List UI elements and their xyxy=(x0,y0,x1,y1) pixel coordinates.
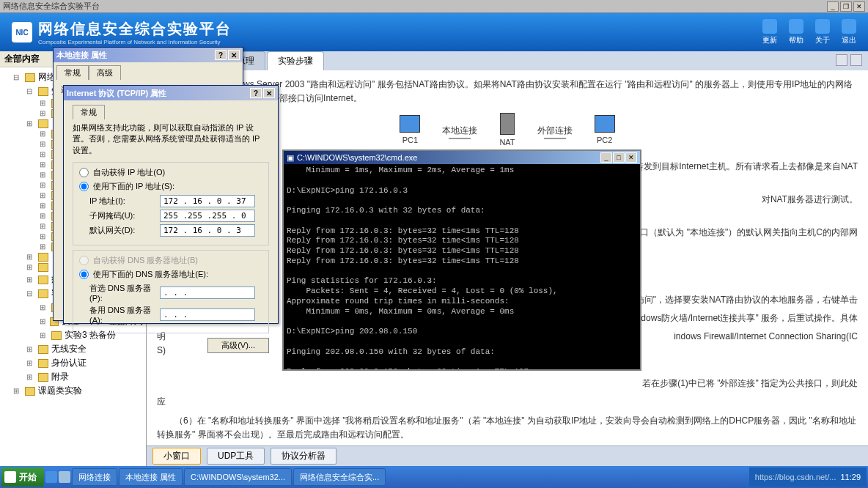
expand-icon[interactable]: ⊞ xyxy=(40,212,48,221)
footer-toolbar: 小窗口 UDP工具 协议分析器 xyxy=(147,446,868,466)
server-icon xyxy=(500,113,515,135)
expand-icon[interactable]: ⊞ xyxy=(40,202,48,210)
expand-icon[interactable]: ⊞ xyxy=(40,109,48,118)
close-button[interactable]: ✕ xyxy=(853,1,865,12)
expand-icon[interactable]: ⊞ xyxy=(40,303,48,312)
expand-icon[interactable]: ⊞ xyxy=(40,331,48,340)
close-icon[interactable]: ✕ xyxy=(263,88,275,98)
tree-item[interactable]: ⊞附录 xyxy=(0,370,146,384)
tab-general[interactable]: 常规 xyxy=(56,65,89,80)
folder-icon xyxy=(25,73,35,82)
subnet-mask-field[interactable]: 255 .255 .255 . 0 xyxy=(160,210,255,222)
pc-icon xyxy=(400,115,420,133)
expand-icon[interactable]: ⊞ xyxy=(40,150,48,159)
help-icon[interactable]: ? xyxy=(250,88,262,98)
expand-icon[interactable]: ⊞ xyxy=(40,171,48,180)
expand-icon[interactable]: ⊞ xyxy=(40,181,48,190)
expand-icon[interactable]: ⊞ xyxy=(40,317,47,326)
primary-dns-field[interactable]: . . . xyxy=(160,286,255,299)
use-ip-radio[interactable] xyxy=(79,182,89,191)
auto-ip-radio[interactable] xyxy=(79,168,89,177)
tab-advanced[interactable]: 高级 xyxy=(89,65,121,80)
folder-icon xyxy=(25,387,35,396)
help-icon[interactable]: ? xyxy=(215,50,227,60)
expand-icon[interactable]: ⊞ xyxy=(26,263,35,272)
minimize-button[interactable]: _ xyxy=(827,1,839,12)
dialog-title: Internet 协议 (TCP/IP) 属性 xyxy=(67,88,250,99)
taskbar-item[interactable]: 网络连接 xyxy=(72,468,117,486)
folder-icon xyxy=(38,253,48,262)
system-tray: https://blog.csdn.net/... 11:29 xyxy=(749,467,867,487)
expand-icon[interactable]: ⊞ xyxy=(40,130,48,138)
restore-button[interactable]: ❐ xyxy=(840,1,852,12)
expand-icon[interactable]: ⊞ xyxy=(40,99,48,108)
collapse-icon[interactable]: ⊟ xyxy=(26,87,35,96)
tcpip-description: 如果网络支持此功能，则可以获取自动指派的 IP 设置。否则，您需要从网络系统管理… xyxy=(73,122,269,156)
folder-icon xyxy=(38,373,48,382)
use-dns-radio[interactable] xyxy=(79,270,89,279)
minimize-icon[interactable]: _ xyxy=(600,152,612,163)
advanced-button[interactable]: 高级(V)... xyxy=(207,338,269,353)
tree-item-label: 附录 xyxy=(51,371,69,383)
expand-icon[interactable]: ⊞ xyxy=(40,232,48,241)
analyzer-button[interactable]: 协议分析器 xyxy=(271,448,336,465)
about-icon xyxy=(815,19,830,34)
clock: 11:29 xyxy=(840,473,861,481)
expand-icon[interactable]: ⊞ xyxy=(40,222,48,231)
trail-6: indows Firewall/Internet Connection Shar… xyxy=(674,330,858,344)
expand-icon[interactable]: ⊞ xyxy=(26,276,35,284)
expand-icon[interactable]: ⊞ xyxy=(13,387,22,396)
taskbar-item[interactable]: C:\WINDOWS\system32... xyxy=(184,468,292,486)
taskbar-item[interactable]: 网络信息安全综合实... xyxy=(293,468,386,486)
expand-icon[interactable]: ⊞ xyxy=(26,345,35,354)
udp-tool-button[interactable]: UDP工具 xyxy=(207,448,265,465)
header-subtitle: Composite Experimental Platform of Netwo… xyxy=(38,39,232,45)
gateway-field[interactable]: 172 . 16 . 0 . 3 xyxy=(160,224,255,237)
close-icon[interactable]: ✕ xyxy=(228,50,240,60)
quicklaunch-ie-icon[interactable] xyxy=(45,471,57,483)
refresh-button[interactable]: 更新 xyxy=(762,19,777,45)
start-button[interactable]: 开始 xyxy=(1,467,44,487)
folder-icon xyxy=(38,345,48,354)
node-pc2: PC2 xyxy=(595,115,615,147)
expand-icon[interactable]: ⊞ xyxy=(40,243,48,251)
app-header: NIC 网络信息安全综合实验平台 Composite Experimental … xyxy=(0,13,868,51)
small-window-button[interactable]: 小窗口 xyxy=(152,448,201,465)
help-button[interactable]: 帮助 xyxy=(789,19,803,45)
header-title: 网络信息安全综合实验平台 xyxy=(38,19,232,39)
dialog-title: 本地连接 属性 xyxy=(56,50,215,61)
collapse-icon[interactable]: ⊟ xyxy=(26,289,35,298)
exit-button[interactable]: 退出 xyxy=(842,19,856,45)
about-button[interactable]: 关于 xyxy=(815,19,830,45)
taskbar-item[interactable]: 本地连接 属性 xyxy=(119,468,183,486)
tab-steps[interactable]: 实验步骤 xyxy=(267,51,324,70)
expand-icon[interactable]: ⊞ xyxy=(26,373,35,382)
tree-item-label: 课题类实验 xyxy=(38,385,82,397)
folder-icon xyxy=(51,331,62,340)
auto-dns-radio xyxy=(79,256,89,265)
ip-address-field[interactable]: 172 . 16 . 0 . 37 xyxy=(160,195,255,207)
expand-icon[interactable]: ⊞ xyxy=(26,359,35,368)
app-title: 网络信息安全综合实验平台 xyxy=(3,1,827,12)
collapse-icon[interactable]: ⊟ xyxy=(13,73,22,82)
window-min-icon[interactable] xyxy=(836,54,847,66)
expand-icon[interactable]: ⊞ xyxy=(40,140,48,149)
quicklaunch-desktop-icon[interactable] xyxy=(59,471,70,483)
tcpip-properties-dialog: Internet 协议 (TCP/IP) 属性 ? ✕ 常规 如果网络支持此功能… xyxy=(63,85,279,324)
expand-icon[interactable]: ⊞ xyxy=(26,119,35,128)
close-icon[interactable]: ✕ xyxy=(625,152,637,163)
tab-bar: 实验基础 实验原理 实验步骤 xyxy=(147,51,868,70)
folder-icon xyxy=(38,276,48,284)
expand-icon[interactable]: ⊞ xyxy=(26,253,35,262)
secondary-dns-field[interactable]: . . . xyxy=(160,308,255,321)
expand-icon[interactable]: ⊞ xyxy=(40,160,48,169)
maximize-icon[interactable]: □ xyxy=(613,152,625,163)
cmd-window: ▣ C:\WINDOWS\system32\cmd.exe _ □ ✕ Mini… xyxy=(282,149,641,371)
window-close-icon[interactable] xyxy=(850,54,862,66)
help-icon xyxy=(789,19,803,34)
tree-item[interactable]: ⊞课题类实验 xyxy=(0,384,146,398)
tab-general[interactable]: 常规 xyxy=(73,105,105,119)
cmd-output[interactable]: Minimum = 1ms, Maximum = 2ms, Average = … xyxy=(284,164,640,369)
pc-icon xyxy=(595,115,615,133)
expand-icon[interactable]: ⊞ xyxy=(40,191,48,200)
